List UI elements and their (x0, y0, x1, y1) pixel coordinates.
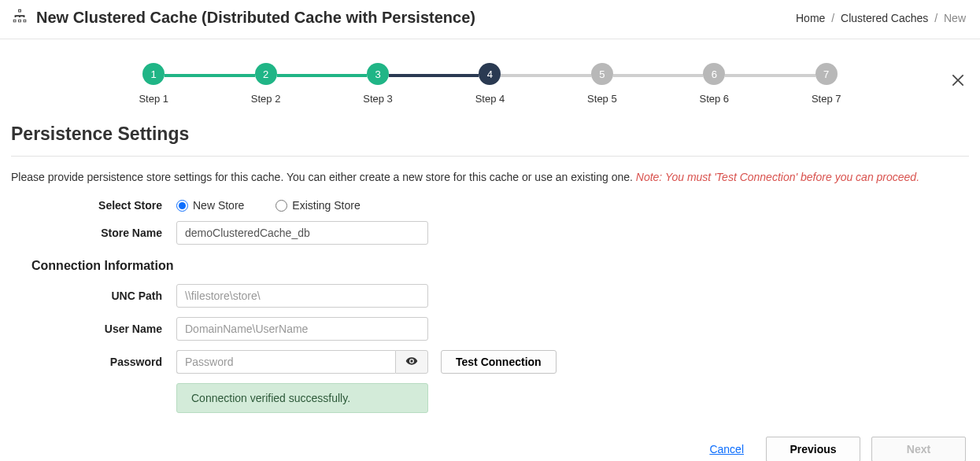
success-message: Connection verified successfully. (176, 383, 428, 413)
sitemap-icon (11, 8, 28, 28)
store-name-label: Store Name (11, 227, 176, 239)
wizard-footer: Cancel Previous Next (0, 422, 980, 461)
breadcrumb-home[interactable]: Home (796, 12, 825, 24)
unc-path-label: UNC Path (11, 290, 176, 302)
password-label: Password (11, 356, 176, 368)
password-input[interactable] (176, 350, 395, 374)
eye-icon (405, 355, 418, 370)
step-1: 1 Step 1 (98, 63, 209, 105)
page-title: New Clustered Cache (Distributed Cache w… (36, 9, 475, 27)
step-label: Step 1 (98, 93, 209, 105)
new-store-radio[interactable]: New Store (176, 199, 244, 212)
select-store-label: Select Store (11, 199, 176, 212)
step-label: Step 6 (658, 93, 770, 105)
instruction-main: Please provide persistence store setting… (11, 171, 636, 183)
next-button[interactable]: Next (871, 437, 966, 461)
test-connection-button[interactable]: Test Connection (441, 350, 557, 374)
password-wrap (176, 350, 428, 374)
instruction-text: Please provide persistence store setting… (11, 171, 969, 183)
step-line (501, 74, 590, 77)
select-store-row: Select Store New Store Existing Store (11, 199, 969, 212)
step-2: 2 Step 2 (209, 63, 321, 105)
step-line (725, 74, 815, 77)
step-line (277, 74, 367, 77)
connection-info-title: Connection Information (31, 259, 969, 273)
breadcrumb-sep: / (831, 12, 834, 24)
breadcrumb-current: New (944, 12, 966, 24)
step-line (389, 74, 479, 77)
breadcrumb: Home / Clustered Caches / New (796, 12, 966, 24)
existing-store-radio-input[interactable] (276, 200, 287, 212)
username-label: User Name (11, 323, 176, 335)
breadcrumb-sep: / (934, 12, 937, 24)
store-name-input[interactable] (176, 221, 428, 245)
new-store-radio-label: New Store (193, 199, 244, 212)
step-6: 6 Step 6 (658, 63, 770, 105)
step-label: Step 2 (209, 93, 321, 105)
header-left: New Clustered Cache (Distributed Cache w… (11, 8, 475, 28)
unc-path-input[interactable] (176, 284, 428, 308)
section-title: Persistence Settings (11, 124, 969, 145)
toggle-password-button[interactable] (395, 350, 428, 374)
step-label: Step 5 (546, 93, 658, 105)
step-label: Step 7 (771, 93, 882, 105)
step-circle: 6 (703, 63, 725, 85)
wizard-stepper: 1 Step 1 2 Step 2 3 Step 3 4 Step 4 5 St… (98, 63, 882, 105)
instruction-note: Note: You must 'Test Connection' before … (636, 171, 919, 183)
step-circle: 1 (142, 63, 165, 85)
page-header: New Clustered Cache (Distributed Cache w… (0, 0, 980, 39)
step-5: 5 Step 5 (546, 63, 658, 105)
step-circle: 7 (815, 63, 838, 85)
divider (11, 156, 969, 157)
username-row: User Name (11, 317, 969, 341)
existing-store-radio-label: Existing Store (292, 199, 360, 212)
existing-store-radio[interactable]: Existing Store (276, 199, 360, 212)
select-store-radios: New Store Existing Store (176, 199, 361, 212)
step-circle: 3 (367, 63, 389, 85)
content-area: 1 Step 1 2 Step 2 3 Step 3 4 Step 4 5 St… (0, 63, 980, 413)
step-label: Step 3 (322, 93, 434, 105)
unc-path-row: UNC Path (11, 284, 969, 308)
step-line (165, 74, 254, 77)
username-input[interactable] (176, 317, 428, 341)
step-circle: 5 (591, 63, 613, 85)
previous-button[interactable]: Previous (766, 437, 860, 461)
success-row: Connection verified successfully. (11, 383, 969, 413)
breadcrumb-caches[interactable]: Clustered Caches (841, 12, 928, 24)
store-name-row: Store Name (11, 221, 969, 245)
step-7: 7 Step 7 (771, 63, 882, 105)
step-line (613, 74, 703, 77)
new-store-radio-input[interactable] (176, 200, 188, 212)
step-circle: 4 (479, 63, 501, 85)
step-4: 4 Step 4 (434, 63, 545, 105)
step-3: 3 Step 3 (322, 63, 434, 105)
step-label: Step 4 (434, 93, 545, 105)
step-circle: 2 (255, 63, 277, 85)
cancel-link[interactable]: Cancel (709, 443, 744, 455)
close-button[interactable] (950, 72, 966, 90)
password-row: Password Test Connection (11, 350, 969, 374)
